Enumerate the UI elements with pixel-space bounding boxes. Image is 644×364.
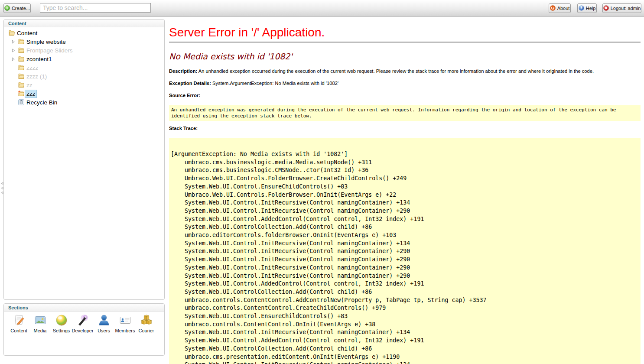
source-error-text: An unhandled exception was generated dur… xyxy=(169,105,641,121)
stack-trace-box: [ArgumentException: No Media exists with… xyxy=(169,138,641,364)
topbar: Create... About ? Help Logout: admin xyxy=(0,0,644,17)
description-label: Description: xyxy=(169,68,197,74)
description-line: Description: An unhandled exception occu… xyxy=(169,68,641,74)
tree-item-label: Recycle Bin xyxy=(26,99,57,106)
media-section-icon xyxy=(34,313,47,328)
courier-section-icon xyxy=(140,313,153,328)
tree-item-zz[interactable]: zz xyxy=(4,81,164,89)
collapse-arrow-icon xyxy=(0,191,3,195)
section-media[interactable]: Media xyxy=(29,313,51,333)
section-label: Content xyxy=(10,328,27,333)
stack-trace-label: Stack Trace: xyxy=(169,126,198,131)
logout-button[interactable]: Logout: admin xyxy=(602,3,641,13)
folder-icon xyxy=(8,29,15,36)
recycle-bin-icon xyxy=(18,99,25,106)
tree-item-recycle-bin[interactable]: Recycle Bin xyxy=(4,98,164,107)
expand-arrow-icon[interactable] xyxy=(12,57,18,61)
source-error-label: Source Error: xyxy=(169,93,200,98)
tree-item-zzzz[interactable]: zzzz xyxy=(4,63,164,72)
content-tree: ContentSimple websiteFrontpage Sliderszc… xyxy=(4,27,164,107)
divider xyxy=(169,42,641,43)
tree-item-zcontent1[interactable]: zcontent1 xyxy=(4,55,164,63)
folder-new-icon xyxy=(18,90,25,97)
logout-icon xyxy=(603,5,609,12)
folder-icon xyxy=(18,47,25,54)
settings-section-icon xyxy=(55,313,68,328)
exception-details-label: Exception Details: xyxy=(169,81,211,86)
about-button[interactable]: About xyxy=(549,3,571,13)
section-label: Users xyxy=(98,328,110,333)
section-members[interactable]: Members xyxy=(114,313,136,333)
help-button-label: Help xyxy=(586,6,596,11)
section-label: Settings xyxy=(53,328,70,333)
collapse-arrow-icon xyxy=(0,182,3,185)
tree-item-label: zzzz (1) xyxy=(26,73,47,80)
error-page-subtitle: No Media exists with id '1082' xyxy=(169,52,641,61)
svg-text:?: ? xyxy=(580,6,582,10)
tree-item-simple-website[interactable]: Simple website xyxy=(4,37,164,46)
error-page: Server Error in '/' Application. No Medi… xyxy=(166,17,644,364)
folder-icon xyxy=(18,73,25,80)
tree-item-label: zzz xyxy=(25,90,36,98)
help-icon: ? xyxy=(579,5,584,12)
tree-item-label: zz xyxy=(26,82,33,88)
error-page-title: Server Error in '/' Application. xyxy=(169,26,641,39)
section-content[interactable]: Content xyxy=(8,313,29,333)
search-input[interactable] xyxy=(40,3,151,13)
about-button-label: About xyxy=(557,6,570,11)
exception-details-line: Exception Details: System.ArgumentExcept… xyxy=(169,81,641,86)
expand-arrow-icon[interactable] xyxy=(12,40,18,44)
folder-icon xyxy=(18,64,25,71)
section-developer[interactable]: Developer xyxy=(72,313,93,333)
content-panel: Content ContentSimple websiteFrontpage S… xyxy=(3,19,165,300)
collapse-arrow-icon xyxy=(0,186,3,190)
stack-trace-text: [ArgumentException: No Media exists with… xyxy=(169,138,641,364)
section-courier[interactable]: Courier xyxy=(136,313,157,333)
tree-item-label: zcontent1 xyxy=(26,56,52,62)
section-users[interactable]: Users xyxy=(93,313,114,333)
section-label: Media xyxy=(34,328,47,333)
source-error-box: An unhandled exception was generated dur… xyxy=(169,105,641,121)
panel-collapse-handle[interactable] xyxy=(0,182,3,195)
folder-icon xyxy=(18,38,25,45)
sections-panel-header: Sections xyxy=(4,304,164,312)
tree-item-zzz[interactable]: zzz xyxy=(4,89,164,98)
section-label: Courier xyxy=(138,328,154,333)
tree-item-label: zzzz xyxy=(26,65,38,71)
create-button[interactable]: Create... xyxy=(3,3,31,13)
source-error-line: Source Error: xyxy=(169,93,641,98)
create-button-label: Create... xyxy=(12,6,30,11)
sections-list: ContentMediaSettingsDeveloperUsersMember… xyxy=(4,312,164,333)
expand-arrow-icon[interactable] xyxy=(12,49,18,52)
sections-panel: Sections ContentMediaSettingsDeveloperUs… xyxy=(3,303,165,356)
tree-item-frontpage-sliders[interactable]: Frontpage Sliders xyxy=(4,46,164,55)
content-panel-header: Content xyxy=(4,20,164,27)
tree-item-zzzz-1[interactable]: zzzz (1) xyxy=(4,72,164,81)
members-section-icon xyxy=(119,313,132,328)
stack-trace-line: Stack Trace: xyxy=(169,126,641,131)
tree-item-content[interactable]: Content xyxy=(4,29,164,37)
tree-item-label: Simple website xyxy=(26,39,66,45)
folder-icon xyxy=(18,81,25,88)
exception-details-text: System.ArgumentException: No Media exist… xyxy=(212,81,338,86)
description-text: An unhandled exception occurred during t… xyxy=(198,68,594,74)
tree-item-label: Frontpage Sliders xyxy=(26,47,73,54)
users-section-icon xyxy=(98,313,111,328)
content-section-icon xyxy=(13,313,26,328)
logout-button-label: Logout: admin xyxy=(611,6,641,11)
folder-icon xyxy=(18,55,25,62)
plus-icon xyxy=(4,5,10,12)
developer-section-icon xyxy=(76,313,89,328)
section-settings[interactable]: Settings xyxy=(51,313,72,333)
help-button[interactable]: ? Help xyxy=(577,3,597,13)
section-label: Members xyxy=(115,328,135,333)
umbraco-logo-icon xyxy=(550,5,556,12)
section-label: Developer xyxy=(72,328,93,333)
tree-item-label: Content xyxy=(17,30,37,36)
